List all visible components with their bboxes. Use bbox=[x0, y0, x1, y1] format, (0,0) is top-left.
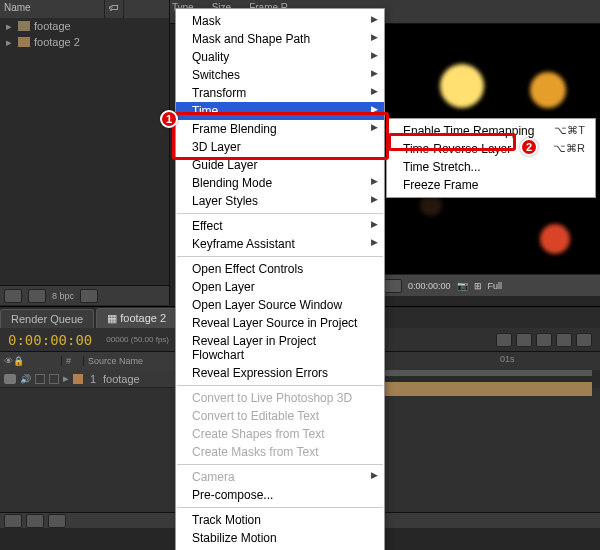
project-row[interactable]: ▸ footage bbox=[0, 18, 169, 34]
grid-icon[interactable]: ⊞ bbox=[474, 281, 482, 291]
graph-button[interactable] bbox=[556, 333, 572, 347]
project-panel: Name 🏷 ▸ footage ▸ footage 2 8 bpc bbox=[0, 0, 170, 305]
menu-transform[interactable]: Transform bbox=[176, 84, 384, 102]
layer-context-menu: Mask Mask and Shape Path Quality Switche… bbox=[175, 8, 385, 550]
layer-color-swatch[interactable] bbox=[73, 374, 83, 384]
menu-separator bbox=[177, 464, 383, 465]
menu-camera: Camera bbox=[176, 468, 384, 486]
bokeh-light bbox=[440, 64, 484, 108]
menu-blending-mode[interactable]: Blending Mode bbox=[176, 174, 384, 192]
trash-button[interactable] bbox=[80, 289, 98, 303]
brainstorm-button[interactable] bbox=[576, 333, 592, 347]
eye-icon[interactable] bbox=[4, 374, 16, 384]
col-label-icon[interactable]: 🏷 bbox=[105, 0, 124, 18]
resolution-dropdown[interactable]: Full bbox=[488, 281, 503, 291]
menu-stabilize-motion[interactable]: Stabilize Motion bbox=[176, 529, 384, 547]
shortcut-label: ⌥⌘R bbox=[553, 142, 585, 155]
bokeh-light bbox=[530, 72, 566, 108]
twirl-icon[interactable]: ▸ bbox=[4, 20, 14, 33]
bpc-label[interactable]: 8 bpc bbox=[52, 291, 74, 301]
menu-open-effect-controls[interactable]: Open Effect Controls bbox=[176, 260, 384, 278]
frame-info: 00000 (50.00 fps) bbox=[106, 335, 169, 344]
project-item-name: footage 2 bbox=[34, 36, 80, 48]
interpret-footage-button[interactable] bbox=[4, 289, 22, 303]
comp-icon-small: ▦ bbox=[107, 312, 117, 324]
preview-time[interactable]: 0:00:00:00 bbox=[408, 281, 451, 291]
bokeh-light bbox=[540, 224, 570, 254]
magnify-button[interactable] bbox=[384, 279, 402, 293]
menu-convert-editable-text: Convert to Editable Text bbox=[176, 407, 384, 425]
shortcut-label: ⌥⌘T bbox=[554, 124, 585, 137]
menu-track-motion[interactable]: Track Motion bbox=[176, 511, 384, 529]
menu-guide-layer[interactable]: Guide Layer bbox=[176, 156, 384, 174]
menu-keyframe-assistant[interactable]: Keyframe Assistant bbox=[176, 235, 384, 253]
lock-checkbox[interactable] bbox=[49, 374, 59, 384]
twirl-icon[interactable]: ▸ bbox=[4, 36, 14, 49]
menu-effect[interactable]: Effect bbox=[176, 217, 384, 235]
twirl-icon[interactable]: ▸ bbox=[63, 372, 69, 385]
menu-convert-photoshop-3d: Convert to Live Photoshop 3D bbox=[176, 389, 384, 407]
menu-time[interactable]: Time bbox=[176, 102, 384, 120]
preview-footer: 0:00:00:00 📷 ⊞ Full bbox=[380, 274, 600, 296]
menu-open-layer-source-window[interactable]: Open Layer Source Window bbox=[176, 296, 384, 314]
toggle-modes-button[interactable] bbox=[26, 514, 44, 528]
submenu-enable-time-remapping[interactable]: Enable Time Remapping⌥⌘T bbox=[387, 122, 595, 140]
menu-create-shapes-text: Create Shapes from Text bbox=[176, 425, 384, 443]
toggle-switches-button[interactable] bbox=[4, 514, 22, 528]
camera-icon[interactable]: 📷 bbox=[457, 281, 468, 291]
av-switches-icon: 👁🔒 bbox=[4, 356, 24, 366]
project-row[interactable]: ▸ footage 2 bbox=[0, 34, 169, 50]
menu-precompose[interactable]: Pre-compose... bbox=[176, 486, 384, 504]
submenu-time-stretch[interactable]: Time Stretch... bbox=[387, 158, 595, 176]
menu-mask[interactable]: Mask bbox=[176, 12, 384, 30]
frameblend-button[interactable] bbox=[516, 333, 532, 347]
annotation-badge-2: 2 bbox=[520, 138, 538, 156]
menu-mask-shape-path[interactable]: Mask and Shape Path bbox=[176, 30, 384, 48]
tab-render-queue[interactable]: Render Queue bbox=[0, 309, 94, 328]
menu-3d-layer[interactable]: 3D Layer bbox=[176, 138, 384, 156]
project-columns: Name 🏷 bbox=[0, 0, 169, 18]
menu-separator bbox=[177, 385, 383, 386]
menu-switches[interactable]: Switches bbox=[176, 66, 384, 84]
new-folder-button[interactable] bbox=[28, 289, 46, 303]
menu-reveal-flowchart[interactable]: Reveal Layer in Project Flowchart bbox=[176, 332, 384, 364]
footage-icon bbox=[18, 21, 30, 31]
motionblur-button[interactable] bbox=[536, 333, 552, 347]
solo-checkbox[interactable] bbox=[35, 374, 45, 384]
menu-frame-blending[interactable]: Frame Blending bbox=[176, 120, 384, 138]
col-name[interactable]: Name bbox=[0, 0, 105, 18]
speaker-icon[interactable]: 🔊 bbox=[20, 374, 31, 384]
menu-separator bbox=[177, 256, 383, 257]
time-submenu: Enable Time Remapping⌥⌘T Time-Reverse La… bbox=[386, 118, 596, 198]
menu-separator bbox=[177, 507, 383, 508]
menu-reveal-expression-errors[interactable]: Reveal Expression Errors bbox=[176, 364, 384, 382]
layer-number: 1 bbox=[87, 373, 99, 385]
menu-create-masks-text: Create Masks from Text bbox=[176, 443, 384, 461]
submenu-time-reverse-layer[interactable]: Time-Reverse Layer⌥⌘R bbox=[387, 140, 595, 158]
annotation-badge-1: 1 bbox=[160, 110, 178, 128]
project-item-name: footage bbox=[34, 20, 71, 32]
menu-open-layer[interactable]: Open Layer bbox=[176, 278, 384, 296]
menu-separator bbox=[177, 213, 383, 214]
submenu-freeze-frame[interactable]: Freeze Frame bbox=[387, 176, 595, 194]
shy-button[interactable] bbox=[496, 333, 512, 347]
timeline-switches bbox=[496, 333, 592, 347]
current-time[interactable]: 0:00:00:00 bbox=[8, 332, 92, 348]
menu-layer-styles[interactable]: Layer Styles bbox=[176, 192, 384, 210]
comp-icon bbox=[18, 37, 30, 47]
expand-button[interactable] bbox=[48, 514, 66, 528]
menu-quality[interactable]: Quality bbox=[176, 48, 384, 66]
project-footer: 8 bpc bbox=[0, 285, 169, 305]
menu-reveal-source-project[interactable]: Reveal Layer Source in Project bbox=[176, 314, 384, 332]
